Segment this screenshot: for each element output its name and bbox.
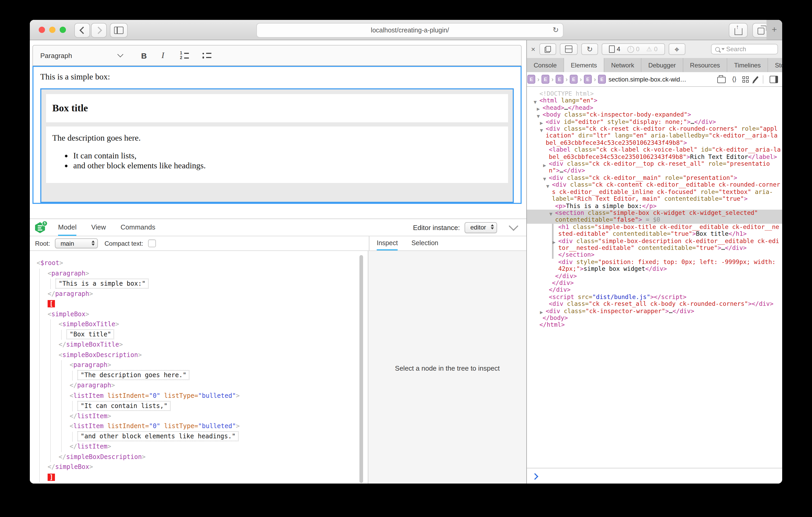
dom-tree-node[interactable]: ▼<body class="ck-inspector-body-expanded… — [532, 111, 781, 118]
model-tree-node[interactable]: </simpleBoxTitle> — [30, 340, 368, 350]
element-picker-button[interactable]: ⌖ — [669, 43, 686, 55]
model-tree-node[interactable]: </simpleBoxDescription> — [30, 452, 368, 462]
tab-selection[interactable]: Selection — [411, 236, 438, 250]
dom-tree-node[interactable]: <p>This is a simple box:</p> — [532, 203, 781, 210]
reload-icon[interactable]: ↻ — [553, 26, 559, 34]
dom-tree-node[interactable]: ▼<section class="simple-box ck-widget ck… — [527, 210, 782, 224]
zoom-window-button[interactable] — [60, 27, 66, 33]
model-tree-node[interactable]: <listItem listIndent="0" listType="bulle… — [30, 391, 368, 401]
new-tab-button[interactable]: + — [766, 20, 782, 40]
dom-tree-node[interactable]: <div class="ck ck-reset_all ck-body ck-r… — [532, 301, 781, 308]
dom-tree-node[interactable]: </html> — [532, 322, 781, 329]
dock-bottom-button[interactable] — [560, 43, 578, 55]
breadcrumb-element-badge[interactable]: E — [598, 75, 606, 84]
list-item[interactable]: and other block elements like headings. — [73, 160, 502, 171]
collapsed-arrow-icon[interactable]: ▶ — [543, 162, 546, 169]
editor-paragraph[interactable]: This is a simple box: — [40, 72, 514, 82]
dom-tree-node[interactable]: ▶<div id="editor" style="display: none;"… — [532, 118, 781, 125]
reload-page-button[interactable]: ↻ — [581, 43, 598, 55]
paintbrush-icon[interactable] — [753, 76, 758, 82]
tab-elements[interactable]: Elements — [564, 58, 604, 72]
tab-console[interactable]: Console — [527, 58, 564, 72]
model-tree-node[interactable]: "and other block elements like headings.… — [30, 431, 368, 442]
tab-view[interactable]: View — [91, 219, 106, 236]
italic-button[interactable]: I — [162, 51, 164, 60]
paragraph-dropdown[interactable]: Paragraph — [40, 52, 72, 59]
model-tree-node[interactable]: [ — [30, 299, 368, 309]
tab-resources[interactable]: Resources — [683, 58, 727, 72]
dom-tree-node[interactable]: ▼<div class="ck ck-content ck-editor__ed… — [532, 182, 781, 203]
model-tree-node[interactable]: </simpleBox> — [30, 462, 368, 472]
list-item[interactable]: It can contain lists, — [73, 151, 502, 160]
dom-tree-node[interactable]: </div> — [532, 287, 781, 294]
expanded-arrow-icon[interactable]: ▼ — [546, 183, 549, 190]
sidebar-button[interactable] — [110, 23, 128, 38]
model-tree-node[interactable]: <simpleBoxTitle> — [30, 320, 368, 330]
details-sidebar-toggle-icon[interactable] — [770, 75, 778, 83]
close-window-button[interactable] — [39, 27, 45, 33]
dom-tree-node[interactable]: ▶<head>…</head> — [532, 104, 781, 112]
chevron-down-icon[interactable] — [117, 52, 123, 58]
dom-tree-node[interactable]: </body> — [532, 315, 781, 322]
back-button[interactable] — [74, 23, 90, 38]
model-tree-node[interactable]: "It can contain lists," — [30, 401, 368, 411]
dom-tree-node[interactable]: <!DOCTYPE html> — [532, 90, 781, 97]
dom-tree-node[interactable]: </section> — [532, 252, 781, 259]
expanded-arrow-icon[interactable]: ▼ — [549, 211, 552, 218]
model-tree-node[interactable]: "This is a simple box:" — [30, 279, 368, 289]
grid-view-icon[interactable] — [743, 76, 749, 82]
compact-text-checkbox[interactable] — [148, 239, 156, 247]
simple-box-title[interactable]: Box title — [46, 94, 508, 122]
close-devtools-button[interactable]: × — [531, 45, 535, 53]
forward-button[interactable] — [91, 23, 107, 38]
simple-box-description[interactable]: The description goes here. It can contai… — [46, 126, 508, 183]
numbered-list-button[interactable]: 1 2 — [180, 52, 189, 59]
model-tree-node[interactable]: <paragraph> — [30, 268, 368, 279]
dom-tree-node[interactable]: ▼<div class="ck ck-editor__main" role="p… — [532, 175, 781, 182]
print-icon[interactable] — [717, 77, 726, 83]
tab-inspect[interactable]: Inspect — [377, 236, 398, 250]
dom-tree-node[interactable]: ▶<div class="ck-inspector-wrapper">…</di… — [532, 308, 781, 315]
breadcrumb-element-badge[interactable]: E — [584, 75, 592, 84]
minimize-window-button[interactable] — [49, 27, 55, 33]
breadcrumb-element-badge[interactable]: E — [556, 75, 563, 84]
dom-tree-node[interactable]: ▶<div class="ck ck-editor__top ck-reset_… — [532, 160, 781, 175]
code-brackets-icon[interactable]: ⟨⟩ — [732, 75, 736, 83]
dom-tree-node[interactable]: <label class="ck ck-label ck-voice-label… — [532, 147, 781, 161]
address-bar[interactable]: localhost/creating-a-plugin/ ↻ — [256, 23, 563, 38]
breadcrumb-element-badge[interactable]: E — [570, 75, 578, 84]
devtools-search-field[interactable]: Search — [711, 44, 778, 54]
collapse-inspector-icon[interactable] — [509, 221, 519, 231]
model-tree-node[interactable]: "The description goes here." — [30, 370, 368, 381]
console-prompt[interactable] — [527, 468, 782, 484]
model-tree-node[interactable]: <paragraph> — [30, 360, 368, 370]
editor-instance-select[interactable]: editor — [465, 222, 497, 233]
model-tree-node[interactable]: "Box title" — [30, 330, 368, 340]
tab-commands[interactable]: Commands — [121, 219, 155, 236]
expanded-arrow-icon[interactable]: ▼ — [540, 127, 543, 134]
dom-tree-node[interactable]: ▶<div class="simple-box-description ck-e… — [532, 238, 781, 252]
breadcrumb-element-badge[interactable]: E — [542, 75, 549, 84]
dom-tree-node[interactable]: <div style="position: fixed; top: 0px; l… — [532, 259, 781, 273]
model-tree-node[interactable]: </listItem> — [30, 411, 368, 421]
issues-summary-button[interactable]: 4 !0 ⚠0 — [602, 43, 665, 55]
dom-tree-node[interactable]: ▼<html lang="en"> — [532, 97, 781, 104]
dom-tree-node[interactable]: <script src="dist/bundle.js"></script> — [532, 294, 781, 301]
tab-network[interactable]: Network — [604, 58, 641, 72]
share-button[interactable] — [729, 23, 748, 38]
model-tree-node[interactable]: </paragraph> — [30, 381, 368, 391]
model-tree-node[interactable]: <$root> — [30, 258, 368, 268]
breadcrumb-element-badge[interactable]: E — [527, 75, 535, 84]
bold-button[interactable]: B — [141, 51, 147, 60]
dom-tree-node[interactable]: </div> — [532, 273, 781, 280]
breadcrumb-current[interactable]: section.simple-box.ck-wid… — [608, 75, 713, 83]
tab-timelines[interactable]: Timelines — [727, 58, 768, 72]
collapsed-arrow-icon[interactable]: ▶ — [552, 239, 556, 246]
tab-model[interactable]: Model — [58, 219, 77, 236]
tab-storage[interactable]: Storage — [768, 58, 782, 72]
dom-tree-node[interactable]: ▼<div class="ck ck-reset ck-editor ck-ro… — [532, 125, 781, 146]
editor-editable-area[interactable]: This is a simple box: Box title The desc… — [32, 66, 522, 204]
dom-tree-node[interactable]: </div> — [532, 280, 781, 287]
model-tree-node[interactable]: </paragraph> — [30, 289, 368, 299]
root-select[interactable]: main — [55, 238, 97, 248]
